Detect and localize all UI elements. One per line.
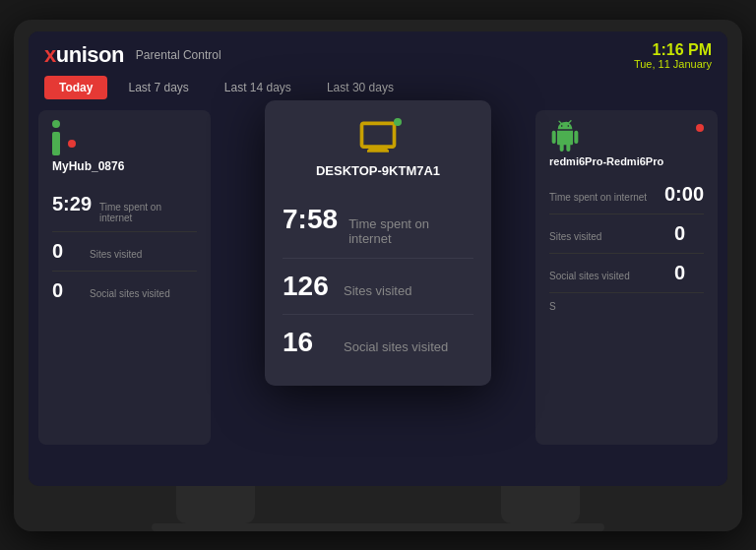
tv-stand-right-leg bbox=[501, 486, 580, 523]
logo-text: xunison bbox=[44, 42, 124, 68]
left-stat-value-1: 5:29 bbox=[52, 193, 92, 215]
left-device-name: MyHub_0876 bbox=[52, 159, 197, 173]
left-dot-1 bbox=[52, 120, 60, 128]
left-dot-2 bbox=[68, 140, 76, 148]
popup-stat-value-3: 16 bbox=[283, 327, 332, 358]
popup-device-card[interactable]: DESKTOP-9KTM7A1 7:58 Time spent on inter… bbox=[265, 100, 491, 386]
tab-14days[interactable]: Last 14 days bbox=[210, 76, 306, 99]
left-bar-icon bbox=[52, 132, 60, 155]
popup-stat-row-1: 7:58 Time spent on internet bbox=[283, 192, 473, 259]
clock-time: 1:16 PM bbox=[634, 41, 712, 59]
popup-icon-area bbox=[356, 116, 400, 163]
clock-area: 1:16 PM Tue, 11 January bbox=[634, 41, 712, 71]
logo-suffix: unison bbox=[56, 42, 124, 67]
left-device-card[interactable]: MyHub_0876 5:29 Time spent on internet 0… bbox=[38, 110, 211, 445]
tv-bezel: xunison Parental Control 1:16 PM Tue, 11… bbox=[14, 20, 742, 531]
popup-stat-label-3: Social sites visited bbox=[344, 339, 448, 354]
left-stat-label-3: Social sites visited bbox=[90, 288, 170, 299]
tab-today[interactable]: Today bbox=[44, 76, 107, 99]
logo-x: x bbox=[44, 42, 56, 67]
app-subtitle: Parental Control bbox=[136, 48, 221, 62]
left-stat-row-3: 0 Social sites visited bbox=[52, 272, 197, 310]
left-stat-label-1: Time spent on internet bbox=[99, 202, 197, 223]
right-stat-row-4: S bbox=[549, 293, 704, 320]
tab-7days[interactable]: Last 7 days bbox=[113, 76, 203, 99]
left-stat-value-3: 0 bbox=[52, 279, 82, 302]
popup-header: DESKTOP-9KTM7A1 bbox=[283, 116, 473, 178]
popup-device-name: DESKTOP-9KTM7A1 bbox=[316, 163, 440, 178]
left-stat-row-1: 5:29 Time spent on internet bbox=[52, 185, 197, 232]
right-stat-value-1: 0:00 bbox=[664, 183, 704, 206]
logo-area: xunison Parental Control bbox=[44, 42, 221, 68]
right-stat-value-3: 0 bbox=[674, 262, 704, 284]
right-stat-row-3: Social sites visited 0 bbox=[549, 254, 704, 293]
clock-date: Tue, 11 January bbox=[634, 58, 712, 70]
popup-stat-value-1: 7:58 bbox=[283, 204, 337, 235]
popup-stat-value-2: 126 bbox=[283, 271, 332, 302]
app-header: xunison Parental Control 1:16 PM Tue, 11… bbox=[29, 31, 727, 77]
popup-status-dot bbox=[394, 118, 402, 126]
left-stat-value-2: 0 bbox=[52, 240, 82, 263]
left-stat-row-2: 0 Sites visited bbox=[52, 232, 197, 272]
tv-screen: xunison Parental Control 1:16 PM Tue, 11… bbox=[29, 31, 727, 487]
android-icon bbox=[549, 120, 581, 152]
left-stat-label-2: Sites visited bbox=[90, 249, 142, 260]
app-screen: xunison Parental Control 1:16 PM Tue, 11… bbox=[29, 31, 727, 487]
right-stat-row-2: Sites visited 0 bbox=[549, 214, 704, 254]
right-dot bbox=[696, 124, 704, 132]
right-stat-value-2: 0 bbox=[674, 222, 704, 245]
right-device-name: redmi6Pro-Redmi6Pro bbox=[549, 155, 704, 167]
right-device-card[interactable]: redmi6Pro-Redmi6Pro Time spent on intern… bbox=[536, 110, 718, 445]
tab-30days[interactable]: Last 30 days bbox=[312, 76, 409, 99]
right-stat-label-4: S bbox=[549, 301, 704, 312]
right-stat-label-1: Time spent on internet bbox=[549, 192, 657, 203]
right-stat-label-3: Social sites visited bbox=[549, 271, 666, 281]
right-stat-row-1: Time spent on internet 0:00 bbox=[549, 175, 704, 214]
tv-stand-left-leg bbox=[176, 486, 255, 523]
popup-stat-row-2: 126 Sites visited bbox=[283, 259, 473, 315]
tv-stand bbox=[14, 486, 742, 530]
popup-stat-label-2: Sites visited bbox=[344, 283, 411, 298]
right-stat-label-2: Sites visited bbox=[549, 231, 666, 242]
popup-stat-label-1: Time spent on internet bbox=[348, 216, 473, 246]
tv-stand-base bbox=[152, 523, 604, 531]
popup-stat-row-3: 16 Social sites visited bbox=[283, 315, 473, 370]
